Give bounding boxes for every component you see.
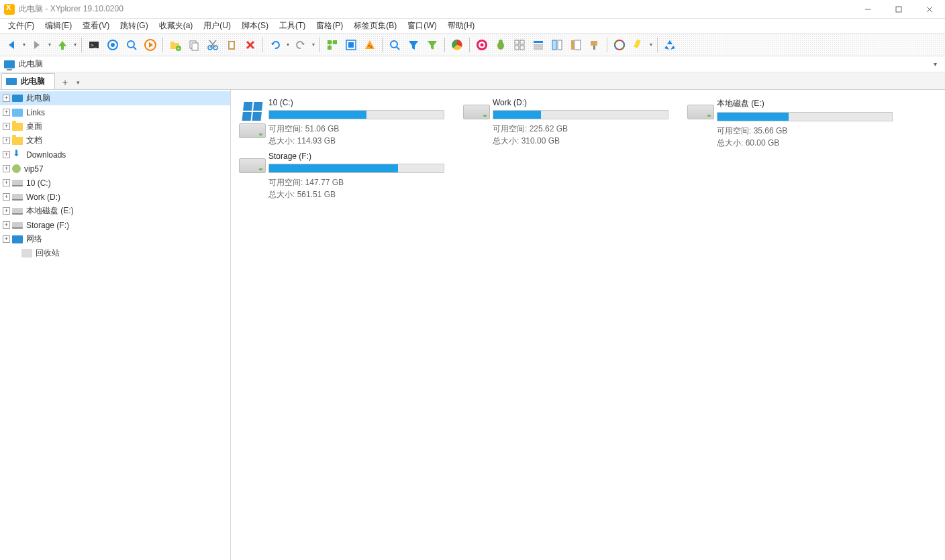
toolbar-filter-color-button[interactable] [424, 36, 441, 54]
toolbar-zoom-fit-button[interactable] [123, 36, 140, 54]
menu-item[interactable]: 标签页集(B) [348, 19, 402, 33]
tree-item[interactable]: +Links [0, 105, 230, 119]
toolbar-recycle-button[interactable] [661, 36, 679, 54]
toolbar-back-button[interactable] [3, 36, 20, 54]
tree-expander[interactable]: + [3, 95, 10, 102]
toolbar-undo-button[interactable] [266, 36, 284, 54]
tree-item[interactable]: +Downloads [0, 148, 230, 162]
address-dropdown[interactable]: ▾ [930, 60, 941, 68]
menu-item[interactable]: 收藏夹(a) [154, 19, 199, 33]
toolbar-paste-button[interactable] [223, 36, 240, 54]
titlebar: 此电脑 - XYplorer 19.10.0200 [0, 0, 945, 19]
drive-item[interactable]: 10 (C:)可用空间: 51.06 GB总大小: 114.93 GB [232, 95, 456, 149]
toolbar-forward-button[interactable] [28, 36, 46, 54]
toolbar-color-wheel-button[interactable] [611, 36, 628, 54]
tab-active[interactable]: 此电脑 [1, 73, 55, 89]
drive-total: 总大小: 561.51 GB [268, 188, 452, 201]
up-drop-icon[interactable]: ▾ [72, 42, 78, 48]
toolbar-delete-button[interactable] [242, 36, 259, 54]
tab-list-dropdown[interactable]: ▾ [72, 76, 83, 89]
tree-item[interactable]: +桌面 [0, 119, 230, 133]
tree-expander[interactable]: + [3, 221, 10, 229]
tree-item[interactable]: 回收站 [0, 246, 230, 260]
toolbar-up-button[interactable] [54, 36, 71, 54]
menu-item[interactable]: 跳转(G) [115, 19, 153, 33]
redo-drop-icon[interactable]: ▾ [311, 42, 316, 48]
menu-item[interactable]: 帮助(H) [442, 19, 481, 33]
tree-expander[interactable]: + [3, 179, 10, 186]
toolbar-sidebar-button[interactable] [567, 36, 585, 54]
toolbar-thumbnails-button[interactable] [511, 36, 528, 54]
tree-item[interactable]: +此电脑 [0, 91, 230, 105]
tab-label: 此电脑 [21, 76, 45, 87]
menu-item[interactable]: 编辑(E) [40, 19, 77, 33]
menu-item[interactable]: 窗口(W) [402, 19, 442, 33]
toolbar-filter-button[interactable] [405, 36, 422, 54]
toolbar-redo-button[interactable] [292, 36, 309, 54]
svg-rect-45 [534, 41, 543, 43]
tree-expander[interactable]: + [3, 207, 10, 215]
drive-item[interactable]: Storage (F:)可用空间: 147.77 GB总大小: 561.51 G… [232, 149, 456, 203]
toolbar: ▾▾▾>_+▾▾▾ [0, 34, 945, 56]
tree-item[interactable]: +网络 [0, 232, 230, 246]
back-drop-icon[interactable]: ▾ [21, 42, 27, 48]
tree-item[interactable]: +Work (D:) [0, 190, 230, 204]
menu-item[interactable]: 文件(F) [3, 19, 40, 33]
address-bar[interactable]: 此电脑 ▾ [0, 56, 945, 72]
toolbar-cut-button[interactable] [204, 36, 221, 54]
toolbar-chart-button[interactable] [448, 36, 466, 54]
toolbar-brush-button[interactable] [586, 36, 603, 54]
tree-expander[interactable]: + [3, 109, 10, 116]
drive-item[interactable]: 本地磁盘 (E:)可用空间: 35.66 GB总大小: 60.00 GB [681, 95, 905, 149]
toolbar-details-button[interactable] [530, 36, 547, 54]
menu-item[interactable]: 脚本(S) [236, 19, 274, 33]
drive-list[interactable]: 10 (C:)可用空间: 51.06 GB总大小: 114.93 GBWork … [231, 90, 945, 560]
maximize-button[interactable] [883, 0, 914, 19]
new-tab-button[interactable]: + [58, 76, 72, 89]
drive-usage-bar [717, 112, 893, 121]
menu-item[interactable]: 查看(V) [77, 19, 115, 33]
close-button[interactable] [914, 0, 945, 19]
toolbar-pizza-button[interactable] [361, 36, 379, 54]
tree-expander[interactable]: + [3, 137, 10, 144]
tree-expander[interactable]: + [3, 123, 10, 130]
menu-item[interactable]: 用户(U) [198, 19, 236, 33]
minimize-button[interactable] [852, 0, 883, 19]
svg-rect-25 [328, 40, 332, 44]
toolbar-dual-pane-button[interactable] [548, 36, 566, 54]
menu-item[interactable]: 窗格(P) [311, 19, 348, 33]
toolbar-copy-button[interactable] [185, 36, 203, 54]
drive-item[interactable]: Work (D:)可用空间: 225.62 GB总大小: 310.00 GB [456, 95, 681, 149]
folder-tree[interactable]: +此电脑+Links+桌面+文档+Downloads+vip57+10 (C:)… [0, 90, 231, 560]
tree-expander[interactable]: + [3, 193, 10, 201]
toolbar-console-button[interactable]: >_ [85, 36, 103, 54]
toolbar-spiral-button[interactable] [473, 36, 491, 54]
svg-rect-58 [634, 39, 641, 48]
menu-item[interactable]: 工具(T) [274, 19, 311, 33]
tree-item[interactable]: +vip57 [0, 162, 230, 176]
tree-item[interactable]: +文档 [0, 133, 230, 148]
toolbar-bug-button[interactable] [492, 36, 509, 54]
tree-item[interactable]: +Storage (F:) [0, 218, 230, 232]
drive-free: 可用空间: 35.66 GB [717, 125, 901, 137]
toolbar-target-button[interactable] [104, 36, 121, 54]
drive-name: 本地磁盘 (E:) [717, 98, 901, 109]
svg-rect-31 [348, 42, 354, 48]
toolbar-new-folder-button[interactable]: + [166, 36, 184, 54]
tree-expander[interactable]: + [3, 151, 10, 158]
toolbar-highlighter-button[interactable] [630, 36, 647, 54]
toolbar-tree-toggle-button[interactable] [324, 36, 341, 54]
highlighter-drop-icon[interactable]: ▾ [648, 42, 654, 48]
drive-name: Work (D:) [493, 98, 677, 107]
undo-drop-icon[interactable]: ▾ [285, 42, 291, 48]
tree-item[interactable]: +10 (C:) [0, 176, 230, 190]
toolbar-find-button[interactable] [386, 36, 403, 54]
tree-expander[interactable]: + [3, 165, 10, 172]
svg-rect-12 [170, 42, 174, 44]
forward-drop-icon[interactable]: ▾ [47, 42, 52, 48]
toolbar-play-button[interactable] [142, 36, 159, 54]
toolbar-separator [81, 38, 82, 52]
tree-expander[interactable]: + [3, 235, 10, 243]
toolbar-select-all-button[interactable] [342, 36, 360, 54]
tree-item[interactable]: +本地磁盘 (E:) [0, 204, 230, 218]
